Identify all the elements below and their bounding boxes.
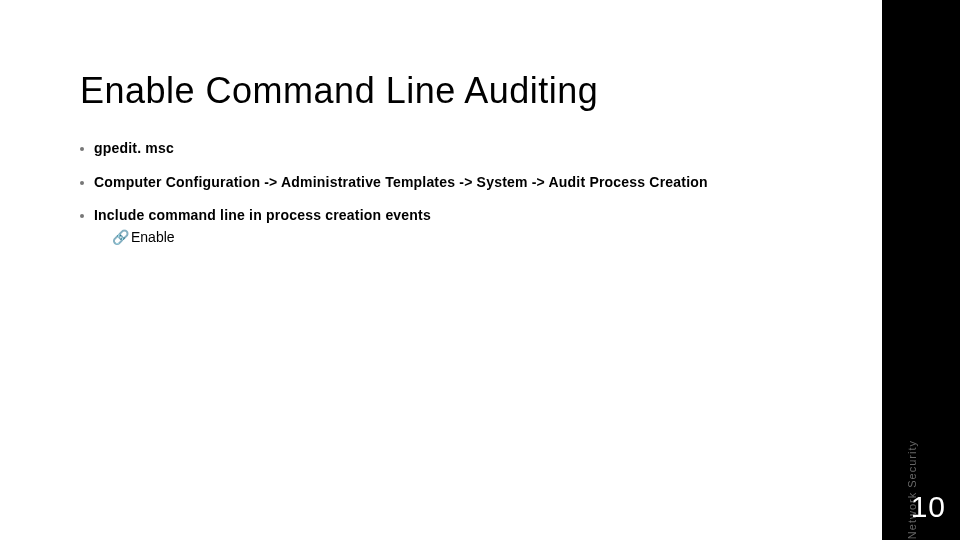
bullet-dot-icon	[80, 214, 84, 218]
slide-body: gpedit. msc Computer Configuration -> Ad…	[80, 140, 820, 246]
bullet-text: gpedit. msc	[94, 140, 174, 158]
bullet-item: Include command line in process creation…	[80, 207, 820, 225]
bullet-dot-icon	[80, 181, 84, 185]
bullet-item: gpedit. msc	[80, 140, 820, 158]
sub-bullet-item: 🔗Enable	[112, 229, 820, 247]
bullet-item: Computer Configuration -> Administrative…	[80, 174, 820, 192]
bullet-text: Include command line in process creation…	[94, 207, 431, 225]
bullet-text: Computer Configuration -> Administrative…	[94, 174, 708, 192]
sub-bullet-text: Enable	[131, 229, 175, 245]
slide: Enable Command Line Auditing gpedit. msc…	[0, 0, 960, 540]
vertical-black-bar	[882, 0, 960, 540]
link-icon: 🔗	[112, 229, 129, 247]
slide-title: Enable Command Line Auditing	[80, 70, 598, 112]
page-number: 10	[911, 490, 946, 524]
bullet-dot-icon	[80, 147, 84, 151]
